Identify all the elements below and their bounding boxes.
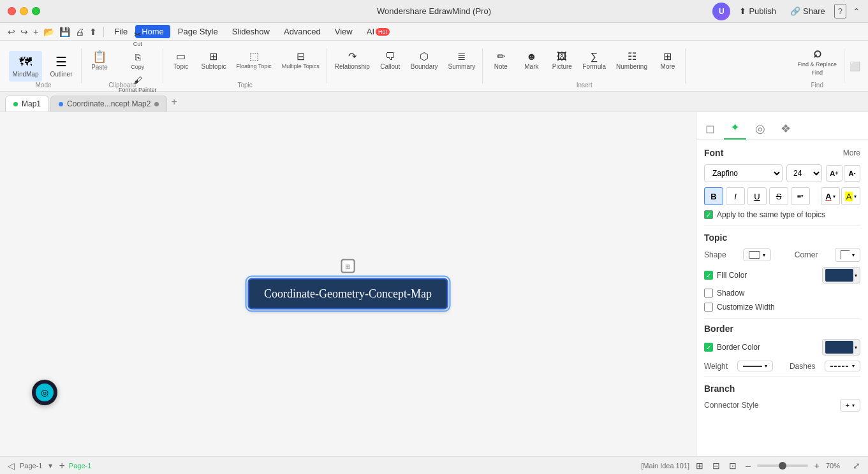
toolbar: 🗺 MindMap ☰ Outliner Mode 📋 Paste ✂ Cut …: [0, 41, 868, 92]
collapse-button[interactable]: ⌃: [850, 4, 863, 19]
panel-tab-settings[interactable]: ❖: [774, 118, 797, 140]
customize-width-checkbox[interactable]: [704, 303, 713, 312]
topic-button[interactable]: ▭ Topic: [167, 49, 195, 73]
picture-button[interactable]: 🖼 Picture: [548, 49, 576, 73]
outliner-button[interactable]: ☰ Outliner: [45, 50, 78, 82]
new-tab-button[interactable]: +: [31, 24, 41, 40]
tabbar: Map1 Coordinate...ncept Map2 +: [0, 92, 868, 112]
copy-button[interactable]: ⎘ Copy: [116, 50, 159, 72]
more-button[interactable]: ⊞ More: [654, 49, 682, 73]
window-controls[interactable]: [8, 7, 40, 15]
apply-same-checkbox[interactable]: [704, 210, 713, 219]
bold-button[interactable]: B: [704, 187, 723, 205]
page-dropdown-button[interactable]: ▾: [46, 460, 55, 471]
relationship-button[interactable]: ↷ Relationship: [331, 49, 374, 73]
maximize-button[interactable]: [32, 7, 40, 15]
node-expand-icon[interactable]: ⊞: [341, 259, 355, 273]
dashes-selector[interactable]: ▾: [825, 361, 860, 371]
underline-button[interactable]: U: [747, 187, 767, 205]
callout-button[interactable]: 🗨 Callout: [376, 49, 404, 73]
sidebar-toggle-button[interactable]: ◁: [8, 461, 15, 471]
grid-view-button[interactable]: ⊞: [693, 458, 706, 473]
panel-tab-ai[interactable]: ✦: [724, 117, 746, 140]
tab-modified-indicator: [154, 102, 159, 106]
multiple-topics-button[interactable]: ⊟ Multiple Topics: [278, 49, 323, 73]
font-family-select[interactable]: Zapfino: [704, 164, 783, 182]
summary-icon: ≣: [457, 52, 466, 62]
print-button[interactable]: 🖨: [73, 24, 87, 40]
weight-selector[interactable]: ▾: [737, 361, 773, 371]
user-avatar[interactable]: U: [712, 3, 730, 20]
menu-advanced[interactable]: Advanced: [277, 25, 327, 38]
find-replace-button[interactable]: ⌕ Find & Replace Find: [793, 43, 841, 79]
panel-tab-style[interactable]: ◻: [699, 118, 721, 140]
shape-selector-button[interactable]: ▾: [743, 248, 771, 261]
shadow-checkbox[interactable]: [704, 289, 713, 298]
tab-map2[interactable]: Coordinate...ncept Map2: [50, 96, 167, 111]
ai-assistant-button[interactable]: ◎: [32, 380, 57, 405]
shape-row: Shape ▾ Corner ▾: [704, 248, 860, 262]
list-view-button[interactable]: ⊟: [710, 458, 723, 473]
connector-row: Connector Style + ▾: [704, 399, 860, 412]
border-color-checkbox[interactable]: [704, 343, 713, 352]
floating-topic-button[interactable]: ⬚ Floating Topic: [232, 49, 275, 73]
corner-selector-button[interactable]: ▾: [835, 248, 860, 262]
formula-button[interactable]: ∑ Formula: [578, 49, 610, 73]
undo-button[interactable]: ↩: [5, 24, 18, 40]
mark-button[interactable]: ☻ Mark: [517, 49, 545, 73]
open-button[interactable]: 📂: [41, 24, 57, 40]
summary-button[interactable]: ≣ Summary: [445, 49, 480, 73]
numbering-button[interactable]: ☷ Numbering: [612, 49, 651, 73]
fill-color-checkbox[interactable]: [704, 271, 713, 280]
mindmap-button[interactable]: 🗺 MindMap: [9, 51, 42, 82]
titlebar: Wondershare EdrawMind (Pro) U ⬆ Publish …: [0, 0, 868, 23]
canvas-area[interactable]: ⊞ Coordinate-Geometry-Concept-Map ◎: [0, 112, 696, 456]
main-node-label[interactable]: Coordinate-Geometry-Concept-Map: [247, 278, 448, 310]
connector-style-selector[interactable]: + ▾: [840, 399, 860, 412]
align-button[interactable]: ≡ ▾: [791, 187, 810, 205]
italic-button[interactable]: I: [726, 187, 745, 205]
add-page-button[interactable]: +: [59, 460, 64, 471]
fill-color-button[interactable]: ▾: [822, 267, 860, 284]
close-button[interactable]: [8, 7, 16, 15]
font-size-increase[interactable]: A+: [826, 165, 842, 182]
font-color-button[interactable]: A ▾: [821, 187, 840, 205]
font-size-select[interactable]: 24: [786, 164, 822, 182]
menu-page-style[interactable]: Page Style: [172, 25, 224, 38]
fit-view-button[interactable]: ⊡: [726, 458, 739, 473]
fullscreen-button[interactable]: ⤢: [853, 461, 860, 471]
minimize-button[interactable]: [20, 7, 28, 15]
border-color-button[interactable]: ▾: [822, 339, 860, 356]
add-tab-button[interactable]: +: [168, 94, 179, 110]
menu-slideshow[interactable]: Slideshow: [226, 25, 276, 38]
subtopic-button[interactable]: ⊞ Subtopic: [198, 49, 230, 73]
panel-tab-location[interactable]: ◎: [749, 118, 772, 140]
tab-map1[interactable]: Map1: [5, 96, 49, 111]
zoom-slider[interactable]: [757, 464, 808, 467]
zoom-in-button[interactable]: +: [812, 459, 822, 472]
save-button[interactable]: 💾: [57, 24, 73, 40]
strikethrough-button[interactable]: S: [769, 187, 788, 205]
customize-width-row: Customize Width: [704, 303, 860, 312]
paste-button[interactable]: 📋 Paste: [85, 48, 114, 74]
redo-button[interactable]: ↪: [18, 24, 31, 40]
note-button[interactable]: ✏ Note: [487, 49, 515, 73]
menu-view[interactable]: View: [328, 25, 359, 38]
zoom-slider-thumb[interactable]: [779, 462, 786, 470]
boundary-icon: ⬡: [420, 52, 429, 62]
menu-ai[interactable]: AI Hot: [360, 25, 396, 38]
share-button[interactable]: 🔗 Share: [785, 4, 830, 18]
cut-button[interactable]: ✂ Cut: [116, 27, 159, 49]
clipboard-group: 📋 Paste ✂ Cut ⎘ Copy 🖌 Format Painter Cl…: [82, 41, 163, 91]
border-section-title: Border: [704, 324, 860, 334]
clipboard-group-label: Clipboard: [82, 82, 163, 89]
layout-expand-btn[interactable]: ⬜: [847, 59, 863, 74]
font-more-button[interactable]: More: [843, 148, 860, 157]
publish-button[interactable]: ⬆ Publish: [734, 4, 781, 18]
highlight-color-button[interactable]: A ▾: [841, 187, 860, 205]
font-size-decrease[interactable]: A-: [844, 165, 860, 182]
help-button[interactable]: ?: [834, 4, 846, 18]
boundary-button[interactable]: ⬡ Boundary: [407, 49, 442, 73]
zoom-out-button[interactable]: –: [743, 459, 753, 472]
mindmap-root-node[interactable]: ⊞ Coordinate-Geometry-Concept-Map: [247, 259, 448, 310]
